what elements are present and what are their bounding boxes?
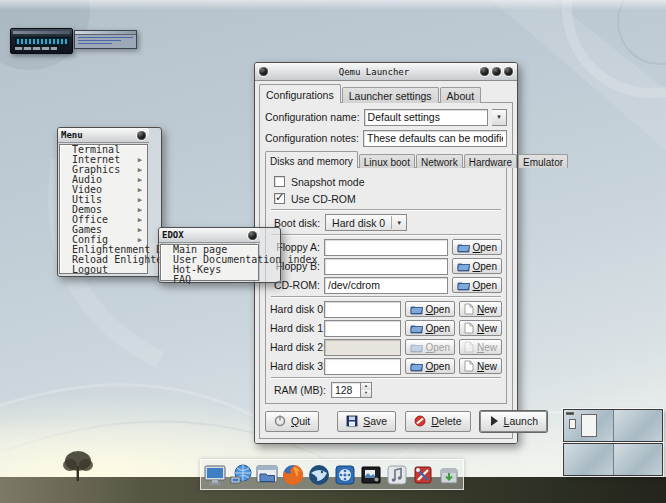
menu-titlebar[interactable]: Menu (58, 128, 149, 143)
pager-row-2 (563, 443, 663, 476)
xmms-transport-buttons[interactable] (14, 46, 58, 51)
hard-disk-1-new-button[interactable]: New (459, 320, 502, 336)
dock-icon-computer[interactable] (202, 462, 227, 487)
hard-disk-3-row: Hard disk 3: Open New (270, 358, 502, 374)
boot-disk-select[interactable]: Hard disk 0 ▼ (325, 214, 407, 231)
dock-icon-network[interactable] (228, 462, 253, 487)
quit-button[interactable]: Quit (265, 411, 319, 432)
dock-icon-file-manager[interactable] (254, 462, 279, 487)
cdrom-open-button[interactable]: Open (452, 277, 502, 293)
pager-desktop-active[interactable] (564, 410, 614, 441)
submenu-arrow-icon: ▶ (138, 215, 142, 225)
close-icon[interactable] (137, 131, 146, 140)
submenu-arrow-icon: ▶ (138, 175, 142, 185)
xmms-playlist-titlebar[interactable] (75, 31, 136, 35)
dock-icon-system-tools[interactable] (411, 462, 436, 487)
close-icon[interactable] (248, 231, 257, 240)
launcher-titlebar[interactable]: Qemu Launcher (255, 63, 517, 81)
menu-item-logout[interactable]: Logout (60, 265, 147, 275)
config-name-dropdown-button[interactable]: ▼ (492, 109, 507, 126)
subtab-emulator[interactable]: Emulator (518, 154, 568, 168)
pager-desktop[interactable] (564, 444, 614, 475)
separator (271, 209, 501, 211)
edox-titlebar[interactable]: EDOX (159, 228, 260, 243)
pager-mini-xmms (566, 412, 574, 415)
xmms-titlebar[interactable] (13, 31, 70, 34)
xmms-spectrum (17, 39, 67, 44)
separator (271, 234, 501, 236)
snapshot-mode-label: Snapshot mode (291, 176, 365, 188)
hard-disk-0-open-button[interactable]: Open (405, 301, 455, 317)
delete-button[interactable]: Delete (405, 411, 470, 432)
dock-icon-thunderbird[interactable] (306, 462, 331, 487)
snapshot-mode-checkbox[interactable] (274, 176, 285, 187)
subtab-disks-and-memory[interactable]: Disks and memory (265, 151, 358, 168)
wallpaper-top-highlight (0, 0, 666, 10)
menu-window: Menu Terminal Internet▶ Graphics▶ Audio▶… (57, 127, 162, 277)
chevron-down-icon: ▼ (496, 114, 502, 120)
hard-disk-1-row: Hard disk 1: Open New (270, 320, 502, 336)
dock-icon-package[interactable] (437, 462, 462, 487)
dock-icon-firefox[interactable] (280, 462, 305, 487)
submenu-arrow-icon: ▶ (138, 205, 142, 215)
hard-disk-2-open-button: Open (405, 339, 455, 355)
subtab-network[interactable]: Network (416, 154, 463, 168)
dock-icon-photos[interactable] (359, 462, 384, 487)
main-tabs: Configurations Launcher settings About (259, 84, 513, 103)
pager-row-1 (563, 409, 663, 442)
dock-icon-music[interactable] (385, 462, 410, 487)
cdrom-field[interactable] (324, 277, 448, 294)
use-cdrom-checkbox[interactable] (274, 193, 285, 204)
xmms-playlist-window[interactable] (74, 30, 137, 49)
menu-title: Menu (61, 130, 133, 140)
hard-disk-3-field[interactable] (324, 358, 401, 375)
pager-desktop[interactable] (614, 444, 663, 475)
playlist-entry[interactable] (78, 43, 112, 44)
floppy-b-open-button[interactable]: Open (452, 258, 502, 274)
floppy-b-field[interactable] (324, 258, 448, 275)
hard-disk-0-field[interactable] (324, 301, 401, 318)
config-name-label: Configuration name: (265, 111, 360, 123)
launcher-title: Qemu Launcher (271, 67, 477, 77)
separator (271, 296, 501, 298)
floppy-a-open-button[interactable]: Open (452, 239, 502, 255)
minimize-icon[interactable] (480, 67, 489, 76)
spin-up-icon[interactable]: ▲ (361, 383, 371, 390)
tree-silhouette (58, 448, 98, 484)
playlist-entry[interactable] (78, 37, 133, 38)
dock-icon-media-player[interactable] (332, 462, 357, 487)
config-name-field[interactable] (364, 109, 488, 126)
subtab-linux-boot[interactable]: Linux boot (359, 154, 415, 168)
ram-spinner[interactable]: 128 ▲▼ (331, 382, 372, 398)
edox-window: EDOX Main page User Documentation index … (158, 227, 281, 283)
hard-disk-2-field (324, 339, 401, 356)
ram-label: RAM (MB): (274, 384, 326, 396)
tab-configurations[interactable]: Configurations (259, 84, 341, 103)
hard-disk-0-new-button[interactable]: New (459, 301, 502, 317)
floppy-a-field[interactable] (324, 239, 448, 256)
floppy-a-row: Floppy A: Open (270, 239, 502, 255)
pager-desktop[interactable] (614, 410, 663, 441)
use-cdrom-label: Use CD-ROM (291, 193, 356, 205)
spin-down-icon[interactable]: ▼ (361, 390, 371, 397)
launch-button[interactable]: Launch (480, 411, 547, 432)
subtab-hardware[interactable]: Hardware (464, 154, 517, 168)
submenu-arrow-icon: ▶ (138, 165, 142, 175)
maximize-icon[interactable] (492, 67, 501, 76)
hard-disk-1-field[interactable] (324, 320, 401, 337)
separator (271, 377, 501, 379)
tab-launcher-settings[interactable]: Launcher settings (342, 87, 439, 103)
chevron-down-icon: ▼ (392, 220, 406, 226)
hard-disk-3-new-button[interactable]: New (459, 358, 502, 374)
hard-disk-1-open-button[interactable]: Open (405, 320, 455, 336)
window-menu-icon[interactable] (259, 67, 268, 76)
tab-about[interactable]: About (440, 87, 481, 103)
save-button[interactable]: Save (337, 411, 396, 432)
hard-disk-3-open-button[interactable]: Open (405, 358, 455, 374)
xmms-player-window[interactable] (10, 28, 73, 54)
sub-tabs: Disks and memory Linux boot Network Hard… (265, 151, 507, 168)
playlist-entry[interactable] (78, 40, 121, 41)
close-icon[interactable] (504, 67, 513, 76)
config-notes-field[interactable] (363, 130, 507, 147)
edox-item-faq[interactable]: FAQ (161, 275, 258, 285)
